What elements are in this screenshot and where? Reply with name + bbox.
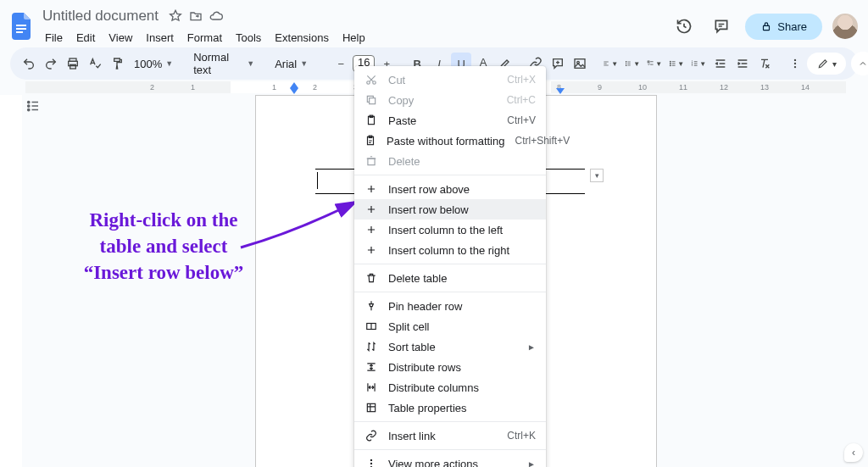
link-icon bbox=[364, 430, 378, 442]
split-icon bbox=[364, 320, 378, 332]
context-menu-item-insert-row-above[interactable]: Insert row above bbox=[354, 179, 546, 199]
cloud-status-icon[interactable] bbox=[209, 9, 223, 23]
ruler-tick: 2 bbox=[313, 83, 317, 92]
numbered-list-button[interactable]: 123▼ bbox=[688, 53, 709, 75]
menu-file[interactable]: File bbox=[39, 28, 69, 47]
svg-rect-9 bbox=[648, 61, 649, 63]
dist-rows-icon bbox=[364, 361, 378, 373]
svg-point-20 bbox=[28, 105, 30, 107]
context-menu-item-split-cell[interactable]: Split cell bbox=[354, 316, 546, 336]
left-indent-marker[interactable] bbox=[290, 88, 298, 94]
app-header: Untitled document File Edit View Insert … bbox=[0, 0, 868, 47]
context-menu-item-delete-table[interactable]: Delete table bbox=[354, 268, 546, 288]
context-menu-shortcut: Ctrl+K bbox=[507, 430, 536, 442]
plus-icon bbox=[364, 244, 378, 256]
clear-formatting-button[interactable] bbox=[754, 53, 775, 75]
table-options-handle[interactable]: ▾ bbox=[590, 169, 604, 182]
undo-button[interactable] bbox=[19, 53, 39, 75]
context-menu-label: Insert column to the right bbox=[388, 244, 536, 257]
paragraph-style-select[interactable]: Normal text▼ bbox=[188, 51, 259, 76]
table-props-icon bbox=[364, 402, 378, 414]
context-menu-label: Sort table bbox=[388, 341, 517, 353]
delete-icon bbox=[364, 155, 378, 167]
insert-image-button[interactable] bbox=[570, 53, 590, 75]
ruler-tick: 9 bbox=[598, 83, 602, 92]
insert-comment-button[interactable] bbox=[548, 53, 568, 75]
context-menu-item-insert-row-below[interactable]: Insert row below bbox=[354, 199, 546, 220]
ruler-tick: 2 bbox=[150, 83, 154, 92]
menu-tools[interactable]: Tools bbox=[230, 28, 267, 47]
spellcheck-button[interactable] bbox=[85, 53, 105, 75]
context-menu-item-pin-header-row[interactable]: Pin header row bbox=[354, 296, 546, 316]
first-line-indent-marker[interactable] bbox=[290, 82, 298, 88]
right-indent-marker[interactable] bbox=[556, 88, 565, 94]
context-menu: CutCtrl+XCopyCtrl+CPasteCtrl+VPaste with… bbox=[354, 66, 546, 467]
context-menu-item-copy: CopyCtrl+C bbox=[354, 90, 546, 110]
context-menu-label: Delete bbox=[388, 155, 536, 168]
bulleted-list-button[interactable]: ▼ bbox=[666, 53, 687, 75]
context-menu-label: Paste bbox=[388, 114, 497, 127]
collapse-toolbar-button[interactable] bbox=[851, 52, 868, 75]
svg-point-17 bbox=[794, 63, 796, 64]
svg-rect-24 bbox=[370, 98, 376, 104]
zoom-select[interactable]: 100%▼ bbox=[129, 58, 178, 70]
align-button[interactable]: ▼ bbox=[600, 53, 620, 75]
svg-rect-2 bbox=[16, 31, 23, 33]
context-menu-item-paste[interactable]: PasteCtrl+V bbox=[354, 110, 546, 131]
context-menu-item-insert-link[interactable]: Insert linkCtrl+K bbox=[354, 425, 546, 446]
svg-point-18 bbox=[794, 66, 796, 68]
vertical-ruler[interactable] bbox=[0, 95, 22, 467]
context-menu-shortcut: Ctrl+Shift+V bbox=[515, 135, 570, 147]
title-block: Untitled document File Edit View Insert … bbox=[39, 6, 371, 47]
move-icon[interactable] bbox=[189, 9, 203, 23]
paint-format-button[interactable] bbox=[107, 53, 127, 75]
context-menu-label: Insert column to the left bbox=[388, 224, 536, 236]
context-menu-item-sort-table[interactable]: Sort table► bbox=[354, 336, 546, 357]
font-select[interactable]: Arial▼ bbox=[270, 58, 320, 70]
context-menu-label: Paste without formatting bbox=[387, 135, 504, 147]
line-spacing-button[interactable]: ▼ bbox=[622, 53, 643, 75]
menu-insert[interactable]: Insert bbox=[140, 28, 180, 47]
share-button[interactable]: Share bbox=[745, 14, 822, 40]
context-menu-item-paste-without-formatting[interactable]: Paste without formattingCtrl+Shift+V bbox=[354, 131, 546, 151]
context-menu-separator bbox=[354, 175, 546, 175]
menu-help[interactable]: Help bbox=[337, 28, 371, 47]
print-button[interactable] bbox=[63, 53, 83, 75]
decrease-indent-button[interactable] bbox=[710, 53, 731, 75]
decrease-font-button[interactable]: − bbox=[331, 53, 351, 75]
increase-indent-button[interactable] bbox=[732, 53, 753, 75]
comments-icon[interactable] bbox=[708, 13, 735, 40]
dist-cols-icon bbox=[364, 381, 378, 393]
svg-rect-31 bbox=[367, 403, 375, 411]
context-menu-item-distribute-columns[interactable]: Distribute columns bbox=[354, 377, 546, 398]
redo-button[interactable] bbox=[41, 53, 61, 75]
submenu-arrow-icon: ► bbox=[527, 342, 536, 352]
ruler-tick: 12 bbox=[720, 83, 728, 92]
text-cursor bbox=[317, 172, 318, 189]
context-menu-label: Copy bbox=[388, 94, 497, 107]
context-menu-item-insert-column-to-the-right[interactable]: Insert column to the right bbox=[354, 240, 546, 260]
svg-rect-0 bbox=[16, 25, 26, 26]
document-title[interactable]: Untitled document bbox=[39, 6, 162, 26]
ruler-tick: 1 bbox=[272, 83, 276, 92]
context-menu-item-view-more-actions[interactable]: View more actions► bbox=[354, 453, 546, 467]
checklist-button[interactable]: ▼ bbox=[644, 53, 665, 75]
editing-mode-button[interactable]: ▾ bbox=[807, 53, 846, 75]
more-toolbar-button[interactable] bbox=[785, 53, 805, 75]
context-menu-item-insert-column-to-the-left[interactable]: Insert column to the left bbox=[354, 220, 546, 240]
context-menu-separator bbox=[354, 292, 546, 292]
context-menu-item-table-properties[interactable]: Table properties bbox=[354, 398, 546, 418]
star-icon[interactable] bbox=[169, 9, 182, 23]
menu-edit[interactable]: Edit bbox=[70, 28, 101, 47]
history-icon[interactable] bbox=[670, 13, 698, 40]
svg-point-19 bbox=[28, 101, 30, 103]
menu-view[interactable]: View bbox=[103, 28, 138, 47]
account-avatar[interactable] bbox=[832, 14, 858, 39]
outline-toggle-icon[interactable] bbox=[25, 98, 41, 467]
menu-format[interactable]: Format bbox=[181, 28, 228, 47]
context-menu-item-distribute-rows[interactable]: Distribute rows bbox=[354, 357, 546, 377]
svg-point-16 bbox=[794, 59, 796, 61]
explore-button[interactable]: ‹ bbox=[844, 443, 863, 462]
menu-extensions[interactable]: Extensions bbox=[269, 28, 335, 47]
docs-logo[interactable] bbox=[10, 11, 34, 42]
